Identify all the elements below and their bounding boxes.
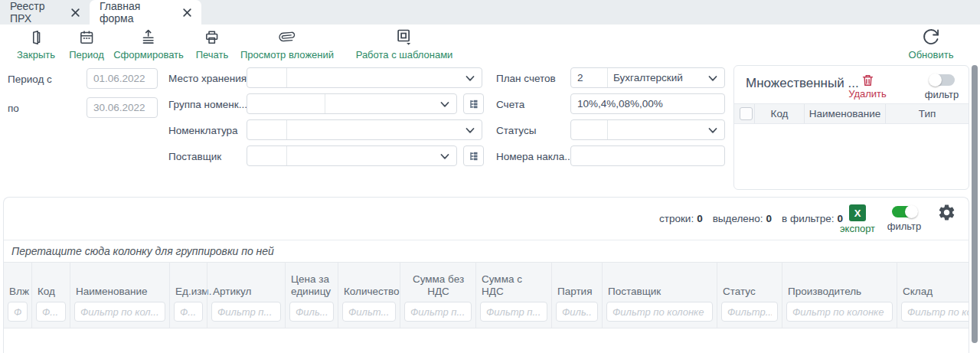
accounts-input[interactable] [570,93,725,114]
grid-column-filter-input[interactable] [289,302,334,322]
multi-panel-title: Множественный ... [746,76,859,91]
grid-column-filter-input[interactable] [404,302,472,322]
grid-column: Склад [897,263,969,328]
paperclip-icon [278,28,296,46]
in-filter-count: в фильтре:0 [782,213,843,224]
grid-column-header[interactable]: Наименование [70,286,169,302]
grid-column-header[interactable]: Количество [338,286,400,302]
grid-column-filter-input[interactable] [342,302,396,322]
period-button-label: Период [69,49,104,60]
tree-icon [469,99,479,109]
generate-button[interactable]: Сформировать [113,28,184,60]
panel-filter-toggle[interactable] [929,74,955,86]
close-button-label: Закрыть [17,49,55,60]
delete-button[interactable]: Удалить [844,73,890,100]
grid-column-header[interactable]: Ед.изм. [170,286,207,302]
grid-column-header[interactable]: Влж [4,286,31,302]
grid-column-filter-input[interactable] [174,302,203,322]
grid-column-filter-input[interactable] [74,302,165,322]
grid-filter-toggle-label: фильтр [887,221,921,232]
period-from-input[interactable] [87,68,158,89]
nomenclature-combo[interactable] [247,119,482,140]
grid-column-header[interactable]: Цена за единицу [286,273,338,302]
grid-column-filter-input[interactable] [211,302,281,322]
multi-panel-header-row: КодНаименованиеТип [734,103,969,124]
grid-column: Артикул [207,263,285,328]
grid-column-header[interactable]: Поставщик [603,286,717,302]
grid-column-filter-input[interactable] [8,302,28,322]
invoice-numbers-input[interactable] [570,145,725,166]
accounts-label: Счета [496,99,524,110]
grid-column-filter-input[interactable] [901,302,969,322]
statuses-combo[interactable] [570,119,725,140]
attachments-button[interactable]: Просмотр вложений [240,28,334,60]
period-to-label: по [8,103,19,114]
grid-filter-toggle[interactable] [892,206,917,217]
chevron-down-icon [440,153,449,160]
chart-of-accounts-label: План счетов [496,73,556,84]
select-all-cell [734,104,754,123]
multi-panel-column-header[interactable]: Наименование [804,104,885,123]
grid-column: Производитель [782,263,897,328]
supplier-tree-button[interactable] [463,145,484,166]
select-all-checkbox[interactable] [740,107,753,120]
statuses-label: Статусы [496,125,536,136]
generate-icon [139,28,157,46]
grid-column: Количество [338,263,400,328]
vertical-scrollbar[interactable] [972,65,978,343]
chart-of-accounts-combo[interactable]: 2 Бухгалтерский [570,67,725,88]
period-from-label: Период с [8,74,52,85]
grid-column-filter-input[interactable] [721,302,778,322]
period-to-input[interactable] [87,97,158,118]
grid-column-filter-input[interactable] [556,302,598,322]
grid-column-header[interactable]: Партия [552,286,602,302]
grid-column-filter-input[interactable] [36,302,66,322]
tab-bar: Реестр ПРХ Главная форма [0,0,980,25]
grid-column-header[interactable]: Склад [897,286,969,302]
rows-count: строки:0 [659,213,703,224]
group-combo[interactable] [247,93,457,114]
tab-reestr-prh[interactable]: Реестр ПРХ [0,0,90,25]
export-button[interactable]: X экспорт [838,204,877,234]
printer-icon [204,28,220,46]
close-button[interactable]: Закрыть [17,28,55,60]
tab-close-icon[interactable] [183,8,191,17]
print-button-label: Печать [196,49,229,60]
delete-button-label: Удалить [848,88,887,100]
chart-of-accounts-code: 2 [577,72,583,83]
multi-panel-column-header[interactable]: Тип [885,104,969,123]
gear-icon [937,203,956,222]
refresh-button[interactable]: Обновить [909,28,954,60]
grid-column: Сумма без НДС [400,263,475,328]
invoice-numbers-label: Номера накла... [496,151,573,162]
storage-combo[interactable] [247,67,482,88]
supplier-label: Поставщик [168,151,221,162]
templates-button[interactable]: Работа с шаблонами [356,28,453,60]
tab-glavnaya-forma[interactable]: Главная форма [90,0,201,25]
groupby-hint: Перетащите сюда колонку для группировки … [11,245,274,257]
grid-header-row: ВлжКодНаименованиеЕд.изм.АртикулЦена за … [4,262,969,328]
settings-gear-button[interactable] [937,203,956,222]
grid-column-header[interactable]: Статус [717,286,782,302]
print-button[interactable]: Печать [196,28,229,60]
grid-column-header[interactable]: Артикул [207,286,285,302]
chevron-down-icon [708,127,717,134]
grid-column: Влж [4,263,31,328]
grid-column-header[interactable]: Производитель [782,286,897,302]
grid-column-filter-input[interactable] [786,302,893,322]
tab-close-icon[interactable] [71,8,80,17]
grid-column-header[interactable]: Сумма с НДС [476,273,551,302]
grid-column-header[interactable]: Код [32,286,70,302]
grid-column-filter-input[interactable] [480,302,547,322]
tab-label: Главная форма [100,0,174,25]
multi-panel-column-header[interactable]: Код [754,104,804,123]
grid-column-filter-input[interactable] [606,302,713,322]
trash-icon [861,73,875,88]
grid-column-header[interactable]: Сумма без НДС [400,273,475,302]
grid-column: Партия [551,263,602,328]
templates-button-label: Работа с шаблонами [356,49,453,60]
period-button[interactable]: Период [69,28,104,60]
groupby-dropzone[interactable]: Перетащите сюда колонку для группировки … [4,240,969,262]
supplier-combo[interactable] [247,145,457,166]
group-tree-button[interactable] [463,93,484,114]
